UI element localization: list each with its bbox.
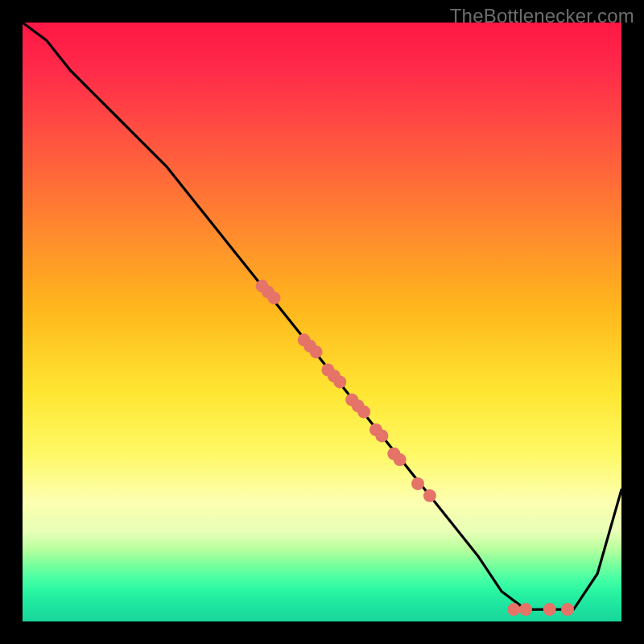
data-point <box>333 375 346 388</box>
chart-overlay <box>23 23 621 621</box>
bottleneck-curve <box>23 23 621 609</box>
data-point <box>268 291 281 304</box>
data-point <box>394 453 407 466</box>
data-point <box>375 429 388 442</box>
data-point <box>357 406 370 419</box>
chart-frame: TheBottlenecker.com <box>0 0 644 644</box>
data-point <box>423 489 436 502</box>
data-point <box>519 603 532 616</box>
data-point <box>543 603 556 616</box>
scatter-points <box>256 279 574 616</box>
data-point <box>507 603 520 616</box>
data-point <box>561 603 574 616</box>
data-point <box>310 345 323 358</box>
data-point <box>411 477 424 490</box>
